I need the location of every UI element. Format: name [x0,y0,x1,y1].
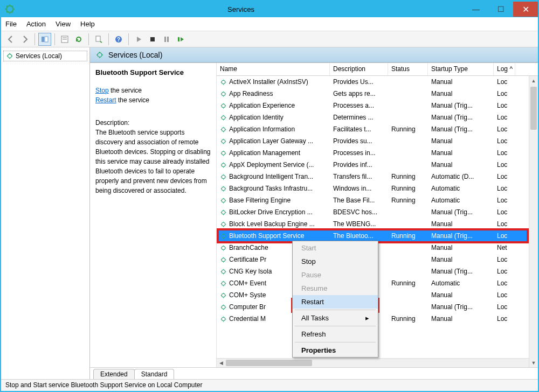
ctx-restart[interactable]: Restart [293,295,378,309]
svg-rect-10 [164,37,166,42]
start-service-button[interactable] [132,33,145,46]
sort-up-icon: ^ [509,65,513,73]
svg-point-23 [222,175,225,179]
context-menu: Start Stop Pause Resume Restart All Task… [292,241,378,358]
service-row[interactable]: Application InformationFacilitates t...R… [217,123,538,135]
stop-link[interactable]: Stop [95,87,109,94]
service-row[interactable]: Application ExperienceProcesses a...Manu… [217,100,538,111]
console-tree: Services (Local) [1,47,90,379]
col-name[interactable]: Name [217,63,330,75]
svg-point-25 [222,199,225,202]
svg-point-28 [222,234,225,238]
svg-point-29 [222,246,225,250]
close-button[interactable]: ✕ [513,2,538,17]
view-tabs: Extended Standard [90,367,538,379]
help-button[interactable]: ? [112,33,125,46]
svg-point-32 [222,282,225,285]
col-startup-type[interactable]: Startup Type [428,63,494,75]
svg-point-34 [222,305,225,309]
svg-point-35 [222,317,225,321]
scroll-down-button[interactable]: ▼ [529,358,538,367]
hscroll-thumb[interactable] [226,360,312,366]
svg-rect-11 [167,37,169,42]
column-headers: Name Description Status Startup Type Log… [217,63,538,76]
service-row[interactable]: BitLocker Drive Encryption ...BDESVC hos… [217,206,538,218]
svg-point-19 [222,128,225,131]
titlebar: Services — ☐ ✕ [1,1,538,17]
restart-service-button[interactable] [174,33,187,46]
stop-service-button[interactable] [146,33,159,46]
service-row[interactable]: Bluetooth Support ServiceThe Bluetoo...R… [217,230,538,242]
nav-forward-button[interactable] [18,33,31,46]
gear-icon [95,51,104,59]
service-row[interactable]: Application ManagementProcesses in...Man… [217,147,538,159]
svg-point-27 [222,222,225,226]
col-description[interactable]: Description [330,63,388,75]
menu-file[interactable]: File [5,20,17,28]
minimize-button[interactable]: — [464,2,488,17]
toolbar: ? [1,31,538,47]
submenu-arrow-icon: ▸ [365,314,369,322]
content-header: Services (Local) [90,47,538,62]
status-bar: Stop and Start service Bluetooth Support… [1,379,538,391]
ctx-start: Start [293,241,378,255]
service-row[interactable]: ActiveX Installer (AxInstSV)Provides Us.… [217,76,538,88]
svg-rect-2 [45,37,48,42]
service-row[interactable]: Background Tasks Infrastru...Windows in.… [217,183,538,194]
tab-standard[interactable]: Standard [134,369,175,379]
export-button[interactable] [92,33,105,46]
menu-help[interactable]: Help [80,20,95,28]
svg-point-16 [222,92,225,96]
service-row[interactable]: Application Layer Gateway ...Provides su… [217,135,538,147]
horizontal-scrollbar[interactable]: ◀ ▶ [217,358,538,367]
tree-item-services-local[interactable]: Services (Local) [3,51,87,61]
properties-button[interactable] [58,33,71,46]
svg-rect-6 [96,36,100,41]
menu-view[interactable]: View [56,20,71,28]
svg-point-33 [222,293,225,297]
refresh-button[interactable] [72,33,85,46]
svg-point-14 [98,53,102,57]
svg-rect-1 [42,37,44,42]
svg-point-13 [8,54,12,58]
col-status[interactable]: Status [388,63,428,75]
window-title: Services [18,5,464,13]
service-row[interactable]: Background Intelligent Tran...Transfers … [217,171,538,183]
svg-point-24 [222,187,225,191]
description-label: Description: [95,118,211,128]
pause-service-button[interactable] [160,33,173,46]
service-row[interactable]: Application IdentityDetermines ...Manual… [217,111,538,123]
service-row[interactable]: AppX Deployment Service (...Provides inf… [217,159,538,171]
vertical-scrollbar[interactable]: ▲ ▼ [529,76,538,367]
svg-point-21 [222,151,225,155]
service-row[interactable]: Block Level Backup Engine ...The WBENG..… [217,218,538,230]
vscroll-thumb[interactable] [530,87,537,130]
ctx-refresh[interactable]: Refresh [293,327,378,341]
content-header-title: Services (Local) [108,51,162,59]
services-icon [4,4,15,15]
svg-text:?: ? [117,37,120,43]
service-row[interactable]: Base Filtering EngineThe Base Fil...Runn… [217,194,538,206]
svg-point-20 [222,139,225,143]
maximize-button[interactable]: ☐ [488,2,513,17]
tab-extended[interactable]: Extended [93,369,135,379]
ctx-stop[interactable]: Stop [293,255,378,268]
svg-rect-9 [150,37,155,41]
show-hide-tree-button[interactable] [38,33,51,46]
svg-rect-12 [178,37,179,41]
service-row[interactable]: App ReadinessGets apps re...ManualLoc [217,88,538,100]
scroll-up-button[interactable]: ▲ [529,76,538,85]
ctx-properties[interactable]: Properties [293,344,378,357]
ctx-all-tasks[interactable]: All Tasks▸ [293,311,378,325]
detail-pane: Bluetooth Support Service Stop the servi… [90,63,217,367]
ctx-resume: Resume [293,282,378,295]
menu-action[interactable]: Action [26,20,46,28]
nav-back-button[interactable] [4,33,17,46]
services-list: Name Description Status Startup Type Log… [217,63,538,367]
svg-point-17 [222,104,225,108]
gear-icon [6,52,13,60]
selected-service-name: Bluetooth Support Service [95,67,211,78]
col-logon[interactable]: Log ^ [494,63,515,75]
scroll-left-button[interactable]: ◀ [217,359,226,367]
restart-link[interactable]: Restart [95,96,116,104]
